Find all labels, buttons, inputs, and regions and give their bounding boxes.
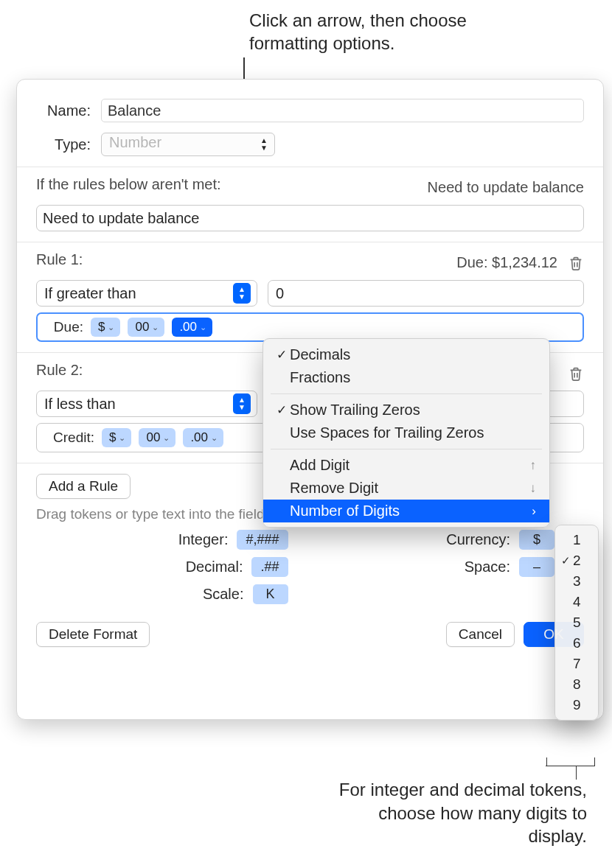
rule1-threshold-value: 0 [276, 285, 284, 302]
submenu-item-5[interactable]: 5 [555, 612, 598, 633]
menu-item-label: Fractions [290, 369, 350, 386]
delete-format-button[interactable]: Delete Format [36, 622, 150, 647]
rule1-condition-select[interactable]: If greater than ▲▼ [36, 280, 257, 307]
integer-token-label: Integer: [178, 531, 229, 548]
cancel-button[interactable]: Cancel [446, 622, 515, 647]
decimal-token-menu: ✓ Decimals Fractions ✓ Show Trailing Zer… [262, 338, 550, 528]
rule1-threshold-field[interactable]: 0 [268, 280, 584, 307]
arrow-up-icon: ↑ [530, 458, 537, 473]
submenu-item-9[interactable]: 9 [555, 695, 598, 715]
type-label: Type: [36, 136, 101, 153]
submenu-item-label: 3 [573, 573, 581, 589]
menu-item-label: Decimals [290, 346, 350, 363]
submenu-item-label: 5 [573, 615, 581, 631]
decimal-token-label: Decimal: [186, 559, 243, 575]
name-label: Name: [36, 102, 101, 119]
submenu-item-4[interactable]: 4 [555, 592, 598, 612]
submenu-item-label: 2 [573, 553, 581, 569]
callout-leader [546, 766, 594, 767]
menu-item-label: Show Trailing Zeros [290, 402, 420, 419]
callout-top: Click an arrow, then choose formatting o… [249, 9, 515, 55]
arrow-down-icon: ↓ [530, 481, 537, 496]
integer-token[interactable]: 00⌄ [128, 318, 164, 337]
submenu-item-6[interactable]: 6 [555, 633, 598, 654]
menu-remove-digit[interactable]: Remove Digit ↓ [263, 477, 549, 500]
fallback-title: If the rules below aren't met: [36, 176, 221, 193]
fallback-preview: Need to update balance [428, 179, 584, 196]
chevron-updown-icon: ▲▼ [233, 283, 251, 304]
submenu-item-8[interactable]: 8 [555, 674, 598, 695]
check-icon: ✓ [274, 347, 290, 363]
add-rule-button[interactable]: Add a Rule [36, 474, 131, 499]
integer-token-drag[interactable]: #,### [237, 530, 288, 550]
decimal-token[interactable]: .00⌄ [172, 318, 212, 337]
decimal-token-drag[interactable]: .## [251, 557, 288, 577]
trash-icon[interactable] [568, 254, 584, 272]
rule2-prefix: Credit: [43, 430, 94, 446]
check-icon: ✓ [561, 554, 573, 567]
menu-use-spaces-trailing-zeros[interactable]: Use Spaces for Trailing Zeros [263, 421, 549, 444]
submenu-item-3[interactable]: 3 [555, 571, 598, 592]
chevron-down-icon: ⌄ [211, 433, 218, 443]
submenu-item-label: 1 [573, 532, 581, 548]
trash-icon[interactable] [568, 365, 584, 382]
decimal-token[interactable]: .00⌄ [183, 428, 223, 447]
menu-add-digit[interactable]: Add Digit ↑ [263, 454, 549, 477]
currency-token[interactable]: $⌄ [102, 428, 131, 447]
chevron-updown-icon: ▲▼ [256, 135, 272, 154]
scale-token-drag[interactable]: K [253, 584, 288, 604]
callout-leader [594, 757, 596, 766]
rule1-format-bar[interactable]: Due: $⌄ 00⌄ .00⌄ [36, 312, 584, 342]
menu-show-trailing-zeros[interactable]: ✓ Show Trailing Zeros [263, 399, 549, 421]
callout-leader [576, 766, 577, 780]
menu-item-label: Use Spaces for Trailing Zeros [290, 424, 484, 441]
submenu-item-label: 7 [573, 656, 581, 672]
callout-leader [546, 757, 548, 766]
menu-decimals[interactable]: ✓ Decimals [263, 343, 549, 366]
chevron-down-icon: ⌄ [108, 323, 114, 332]
type-select[interactable]: Number [101, 133, 275, 156]
submenu-item-label: 9 [573, 697, 581, 713]
menu-item-label: Number of Digits [290, 503, 400, 519]
submenu-item-7[interactable]: 7 [555, 654, 598, 674]
submenu-item-2[interactable]: ✓2 [555, 550, 598, 571]
callout-bottom: For integer and decimal tokens, choose h… [336, 778, 587, 847]
check-icon: ✓ [274, 402, 290, 418]
submenu-item-1[interactable]: 1 [555, 530, 598, 550]
chevron-down-icon: ⌄ [163, 433, 170, 443]
submenu-item-label: 4 [573, 594, 581, 610]
chevron-right-icon: › [532, 504, 536, 519]
fallback-format-text[interactable]: Need to update balance [43, 210, 199, 227]
space-token-drag[interactable]: – [519, 557, 554, 577]
chevron-down-icon: ⌄ [152, 323, 159, 332]
number-of-digits-submenu: 1✓23456789 [554, 525, 599, 721]
rule1-preview: Due: $1,234.12 [456, 254, 557, 271]
rule1-condition-label: If greater than [44, 285, 136, 302]
rule2-condition-label: If less than [44, 396, 116, 413]
chevron-down-icon: ⌄ [200, 323, 206, 332]
rule2-condition-select[interactable]: If less than ▲▼ [36, 391, 257, 417]
currency-token-drag[interactable]: $ [519, 530, 554, 550]
rule1-prefix: Due: [44, 319, 83, 335]
rule1-title: Rule 1: [36, 251, 83, 268]
integer-token[interactable]: 00⌄ [139, 428, 175, 447]
name-field[interactable] [101, 99, 584, 122]
currency-token[interactable]: $⌄ [91, 318, 120, 337]
menu-number-of-digits[interactable]: Number of Digits › [263, 500, 549, 522]
submenu-item-label: 6 [573, 635, 581, 651]
chevron-updown-icon: ▲▼ [233, 393, 251, 414]
space-token-label: Space: [465, 559, 510, 575]
menu-item-label: Add Digit [290, 457, 350, 474]
submenu-item-label: 8 [573, 676, 581, 693]
menu-item-label: Remove Digit [290, 480, 378, 497]
currency-token-label: Currency: [446, 531, 510, 548]
menu-fractions[interactable]: Fractions [263, 366, 549, 389]
rule2-title: Rule 2: [36, 362, 83, 379]
scale-token-label: Scale: [203, 586, 244, 603]
chevron-down-icon: ⌄ [119, 433, 125, 443]
